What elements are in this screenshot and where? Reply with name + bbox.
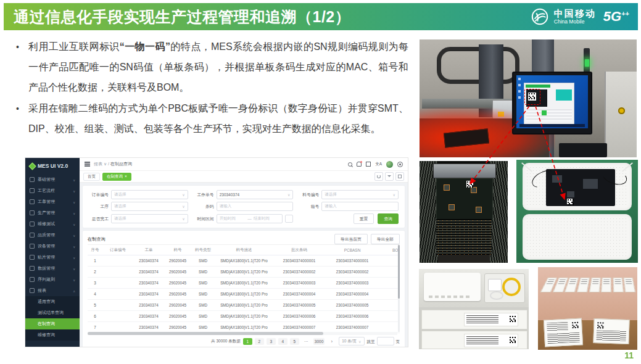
page-number-button[interactable]: 4: [278, 338, 287, 345]
sidebar-subitem[interactable]: 在制查询: [25, 318, 80, 329]
box-label: [464, 313, 518, 326]
menu-icon: [30, 255, 35, 260]
table-cell: SMD: [191, 267, 215, 278]
input-field[interactable]: 请输入: [217, 202, 294, 211]
table-cell: SMD|AX1800|V1.1|T20 Pro: [215, 322, 273, 333]
reset-button[interactable]: 重置: [354, 213, 374, 224]
sidebar-item[interactable]: 生产管理∨: [25, 207, 80, 218]
field-label: 条码: [194, 204, 214, 210]
bullet-marker: •: [16, 99, 28, 139]
jump-suffix: 页: [396, 339, 400, 344]
brand-text: 中国移动 China Mobile: [554, 9, 596, 25]
input-field[interactable]: 开始时间—结束时间: [217, 214, 283, 223]
data-rows: [526, 109, 572, 122]
sidebar-item[interactable]: 基础管理∨: [25, 174, 80, 185]
table-row[interactable]: 723034037429020045SMDSMD|AX1800|V1.1|T20…: [88, 322, 400, 333]
sidebar-item[interactable]: 维修测试∨: [25, 218, 80, 230]
table-cell: 7: [88, 322, 102, 333]
page-number-button[interactable]: 1: [243, 338, 252, 345]
sidebar-item[interactable]: 设备管理∨: [25, 241, 80, 252]
sidebar-item[interactable]: 工单管理∨: [25, 196, 80, 207]
table-cell: 230340374000006: [273, 311, 325, 322]
select-field[interactable]: 请选择∨: [111, 202, 188, 211]
table-row[interactable]: 523034037429020045SMDSMD|AX1800|V1.1|T20…: [88, 300, 400, 311]
sidebar-subitem[interactable]: 测试结果查询: [25, 307, 80, 318]
export-all-button[interactable]: 导出全部: [371, 234, 400, 244]
pcb-panel: [436, 178, 493, 220]
tab-bar: 首页 在制查询×: [80, 171, 408, 183]
vertical-scrollbar[interactable]: [398, 245, 400, 332]
box-label: [464, 334, 518, 347]
notification-bell-icon[interactable]: [357, 162, 362, 167]
sidebar-item[interactable]: 数据管理∨: [25, 263, 80, 274]
qr-code: [567, 199, 573, 204]
sidebar-item[interactable]: 贴片管理∨: [25, 252, 80, 263]
select-field[interactable]: 请选择∨: [111, 214, 188, 223]
table-row[interactable]: 323034037429020045SMDSMD|AX1800|V1.1|T20…: [88, 278, 400, 289]
table-cell: 230340374000007: [273, 322, 325, 333]
select-field[interactable]: 请选择∨: [321, 190, 399, 199]
form-field: 工作单号230340374∨: [194, 190, 294, 199]
tab-label: 在制查询: [107, 174, 123, 178]
horizontal-scrollbar[interactable]: [88, 332, 397, 335]
mes-main: 报表 ∨ / 在制品查询 文A 首页 在制查询×: [80, 158, 408, 347]
column-header: BOSA: [379, 245, 400, 255]
table-row[interactable]: 623034037429020045SMDSMD|AX1800|V1.1|T20…: [88, 311, 400, 322]
search-icon[interactable]: [348, 162, 352, 167]
page-size-select[interactable]: 10 条/页∨: [339, 337, 364, 345]
sidebar-item-report[interactable]: 报表∧: [25, 285, 80, 296]
table-cell: SMD: [191, 311, 215, 322]
search-button[interactable]: 查询: [378, 213, 399, 224]
sidebar-subitem[interactable]: 维修查询: [25, 329, 80, 341]
sidebar-item[interactable]: 序列规则∨: [25, 274, 80, 285]
breadcrumb-current: 在制品查询: [110, 162, 132, 166]
table-cell: [379, 255, 400, 267]
fullscreen-icon[interactable]: [366, 162, 371, 167]
select-field[interactable]: 230340374∨: [217, 190, 294, 199]
next-page-button[interactable]: ›: [327, 338, 336, 345]
chevron-down-icon: ∨: [73, 200, 75, 204]
table-row[interactable]: 223034037429020045SMDSMD|AX1800|V1.1|T20…: [88, 267, 400, 278]
table-row[interactable]: 423034037429020045SMDSMD|AX1800|V1.1|T20…: [88, 289, 400, 300]
table-cell: SMD|AX1800|V1.1|T20 Pro: [215, 300, 273, 311]
select-field[interactable]: 请选择∨: [111, 190, 188, 199]
avatar[interactable]: [386, 161, 393, 168]
export-current-page-button[interactable]: 导出当前页: [334, 234, 368, 244]
field-value: 请选择: [114, 204, 180, 209]
maximize-icon[interactable]: [395, 172, 404, 181]
page-number-button[interactable]: ···: [302, 338, 311, 345]
refresh-icon[interactable]: [374, 172, 383, 181]
bullet-text: 采用在镭雕二维码的方式为单个PBC板赋予唯一身份标识（数字身份证）并贯穿SMT、…: [28, 99, 408, 139]
page-number-button[interactable]: 3: [267, 338, 276, 345]
table-row[interactable]: 123034037429020045SMDSMD|AX1800|V1.1|T20…: [88, 255, 400, 267]
settings-gear-icon[interactable]: [397, 162, 403, 167]
sidebar-item[interactable]: 工艺流程∨: [25, 185, 80, 196]
input-field[interactable]: 请输入: [321, 202, 399, 211]
page-number: 11: [624, 350, 634, 360]
mes-content: 订单编号请选择∨工作单号230340374∨料号编号请选择∨工序请选择∨条码请输…: [80, 183, 408, 347]
language-icon[interactable]: 文A: [375, 162, 382, 167]
sidebar-item-label: 维修测试: [38, 221, 70, 227]
page-number-button[interactable]: 3000: [313, 338, 325, 345]
form-field: 料号编号请选择∨: [299, 190, 399, 199]
collapse-menu-icon[interactable]: [85, 162, 90, 163]
table-cell: 6: [88, 311, 102, 322]
sidebar-item[interactable]: 品质管理∨: [25, 230, 80, 241]
router-pcb: [546, 169, 615, 206]
table-cell: [102, 322, 133, 333]
chevron-down-icon: ∨: [73, 244, 75, 248]
chip: [449, 205, 454, 210]
sidebar-subitem[interactable]: 通用查询: [25, 296, 80, 307]
calendar-icon[interactable]: [285, 215, 293, 223]
jump-input[interactable]: [377, 337, 394, 345]
page-number-button[interactable]: 2: [255, 338, 264, 345]
tab-active[interactable]: 在制查询×: [102, 173, 131, 181]
chevron-down-icon[interactable]: [385, 172, 394, 181]
close-icon[interactable]: ×: [125, 174, 127, 178]
page-number-button[interactable]: 5: [290, 338, 299, 345]
chevron-down-icon: ∨: [73, 211, 75, 215]
tab-home[interactable]: 首页: [83, 173, 100, 181]
breadcrumb-root[interactable]: 报表: [94, 162, 102, 166]
label-tag: [613, 278, 623, 292]
mes-topbar: 报表 ∨ / 在制品查询 文A: [80, 158, 408, 171]
